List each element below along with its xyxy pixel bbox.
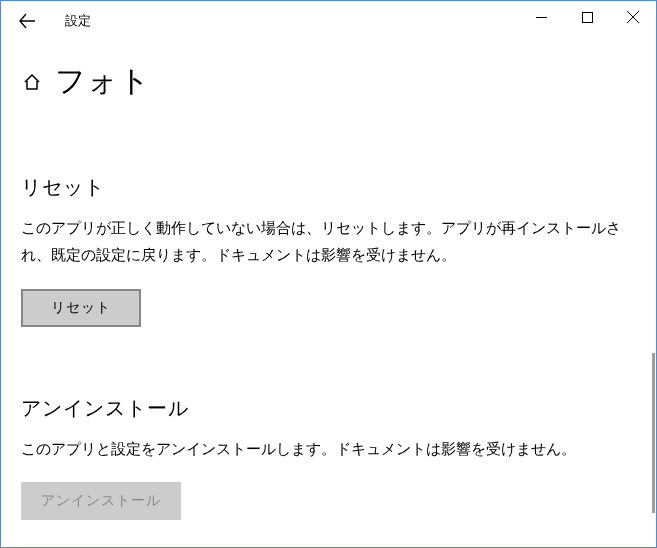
uninstall-title: アンインストール bbox=[21, 395, 636, 422]
minimize-button[interactable] bbox=[518, 1, 564, 33]
close-icon bbox=[627, 11, 639, 23]
uninstall-description: このアプリと設定をアンインストールします。ドキュメントは影響を受けません。 bbox=[21, 436, 636, 463]
minimize-icon bbox=[536, 12, 547, 23]
titlebar: 設定 bbox=[1, 1, 656, 41]
svg-rect-1 bbox=[582, 12, 592, 22]
close-button[interactable] bbox=[610, 1, 656, 33]
arrow-left-icon bbox=[18, 12, 36, 30]
reset-button[interactable]: リセット bbox=[21, 289, 141, 327]
maximize-button[interactable] bbox=[564, 1, 610, 33]
window-title: 設定 bbox=[65, 12, 91, 30]
page-header: フォト bbox=[1, 41, 656, 112]
scrollbar[interactable] bbox=[652, 353, 655, 513]
page-title: フォト bbox=[55, 61, 151, 102]
uninstall-section: アンインストール このアプリと設定をアンインストールします。ドキュメントは影響を… bbox=[21, 395, 636, 521]
maximize-icon bbox=[582, 12, 593, 23]
reset-section: リセット このアプリが正しく動作していない場合は、リセットします。アプリが再イン… bbox=[21, 174, 636, 327]
content-area: リセット このアプリが正しく動作していない場合は、リセットします。アプリが再イン… bbox=[1, 174, 656, 520]
window-controls bbox=[518, 1, 656, 33]
reset-description: このアプリが正しく動作していない場合は、リセットします。アプリが再インストールさ… bbox=[21, 215, 636, 269]
back-button[interactable] bbox=[7, 1, 47, 41]
reset-title: リセット bbox=[21, 174, 636, 201]
home-icon[interactable] bbox=[21, 71, 43, 93]
uninstall-button: アンインストール bbox=[21, 482, 181, 520]
